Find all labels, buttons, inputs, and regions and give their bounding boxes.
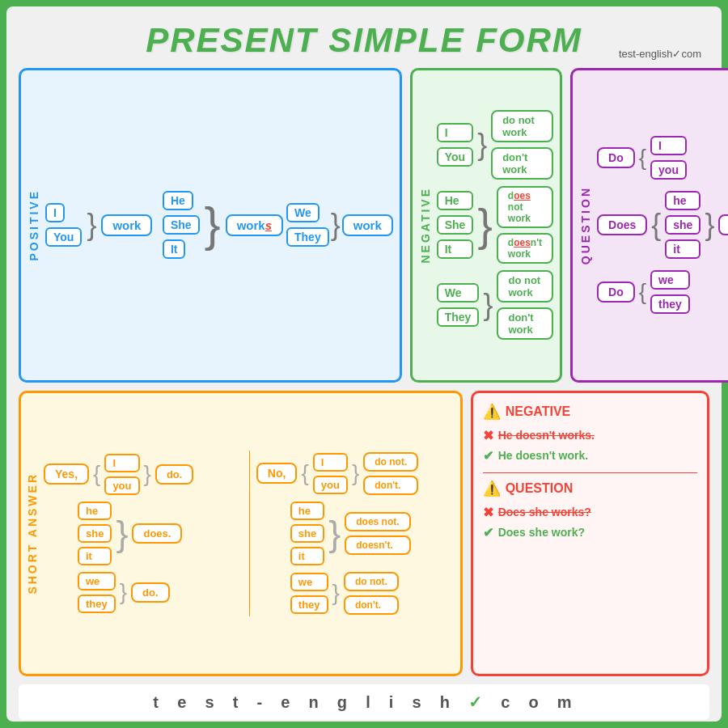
q-you: you — [650, 160, 687, 180]
right2-text: Does she work? — [498, 526, 585, 539]
verb1-col: work — [101, 213, 152, 238]
short-content: Yes, { I you } do. — [44, 451, 455, 616]
short-label: SHORT ANSWER — [26, 472, 39, 595]
verb2-col: works — [226, 213, 283, 238]
footer-o: o — [529, 693, 542, 711]
wrong-icon2: ✖ — [483, 505, 493, 520]
subject-He: He — [163, 191, 193, 210]
footer: t e s t - e n g l i s h ✓ c o m — [19, 684, 709, 720]
does-hl2: oes — [514, 237, 531, 248]
q-does-row: Does { he she it } work? — [597, 189, 728, 260]
subject-It: It — [163, 239, 186, 259]
neg-We: We — [437, 283, 480, 303]
rules-wrong2: ✖ Does she works? — [483, 505, 591, 520]
q-do2-row: Do { we they — [597, 269, 690, 315]
footer-g: g — [337, 693, 350, 711]
footer-e1: e — [177, 693, 189, 711]
no-they: they — [290, 595, 328, 614]
yes-does: does. — [132, 523, 182, 544]
do-verb: Do — [597, 147, 635, 168]
no-you: you — [313, 476, 348, 494]
yes-do2: do. — [131, 582, 170, 603]
verb-work1: work — [101, 214, 152, 236]
yes-bracket-close3: } — [120, 581, 127, 603]
yes-do: do. — [155, 464, 194, 485]
wrong1-text: He doesn't works. — [498, 429, 595, 442]
yes-they: they — [78, 595, 116, 613]
yes-he: he — [78, 502, 112, 520]
yes-bracket-open: { — [93, 463, 100, 485]
question-panel: QUESTION Do { I you — [570, 68, 728, 383]
top-row: POSITIVE I You } work He She — [19, 68, 709, 383]
rules-neg-label: NEGATIVE — [506, 404, 571, 419]
no-I: I — [313, 453, 348, 472]
do-not-work: do not work — [491, 110, 553, 142]
no-dont2: don't. — [344, 595, 399, 615]
doesnt-work: doesn't work — [497, 233, 553, 264]
footer-text: t e s t - e n g l i s h ✓ c o m — [19, 692, 709, 712]
q-bracket3: { — [639, 281, 646, 303]
content-area: POSITIVE I You } work He She — [19, 61, 709, 683]
no-word: No, — [256, 463, 298, 484]
q-bracket1: { — [639, 146, 646, 169]
negative-panel: NEGATIVE I You } do not work don't work — [410, 68, 562, 383]
verb-works: works — [226, 214, 283, 236]
main-title: PRESENT SIMPLE FORM — [19, 21, 709, 60]
q-work: work? — [718, 214, 728, 235]
short-divider — [249, 451, 250, 616]
footer-n: n — [308, 693, 321, 711]
inner-background: PRESENT SIMPLE FORM test-english✓com POS… — [6, 6, 722, 722]
question-content: Do { I you Does { he — [597, 133, 728, 317]
right-icon1: ✔ — [483, 448, 493, 463]
negative-label: NEGATIVE — [419, 187, 432, 264]
do2-verb: Do — [597, 281, 635, 303]
rules-q-title: ⚠️ QUESTION — [483, 480, 574, 497]
neg-group2: He She It } does not work doesn't work — [437, 184, 553, 265]
wrong-icon1: ✖ — [483, 428, 493, 443]
no-bracket-close1: } — [352, 462, 359, 485]
footer-s2: s — [413, 693, 425, 711]
q-bracket2: { — [651, 210, 661, 239]
q-do-row: Do { I you — [597, 134, 687, 181]
dont-work2: don't work — [497, 307, 553, 340]
yes-she: she — [78, 524, 112, 543]
footer-i: i — [389, 693, 397, 711]
subject-You: You — [45, 227, 82, 247]
yes-I: I — [104, 454, 139, 472]
bracket3: } — [331, 210, 341, 239]
q-we: we — [650, 270, 690, 290]
rules-right2: ✔ Does she work? — [483, 525, 585, 540]
no-bracket-open: { — [301, 462, 308, 485]
neg-group1: I You } do not work don't work — [437, 108, 553, 181]
neg-group3: We They } do not work don't work — [437, 269, 553, 341]
dont-work: don't work — [491, 147, 553, 180]
no-she: she — [290, 524, 324, 543]
footer-t: t — [153, 693, 162, 711]
no-side: No, { I you } do not. don't. — [256, 451, 455, 616]
bracket1: } — [87, 210, 96, 239]
footer-check: ✓ — [468, 693, 485, 711]
no-do-not2: do not. — [344, 572, 399, 591]
no-bracket-close2: } — [328, 515, 341, 552]
positive-content: I You } work He She It } — [45, 189, 283, 260]
question-label: QUESTION — [579, 186, 592, 265]
subject-She: She — [163, 215, 200, 235]
positive-panel: POSITIVE I You } work He She — [19, 68, 402, 383]
q-they: they — [650, 294, 690, 314]
no-we: we — [290, 573, 328, 591]
subject-We: We — [286, 203, 320, 222]
q-I: I — [650, 136, 687, 155]
yes-it: it — [78, 547, 112, 565]
yes-word: Yes, — [44, 463, 89, 485]
neg-bracket3: } — [483, 290, 493, 320]
subject-They: They — [286, 227, 329, 247]
positive-label: POSITIVE — [28, 189, 40, 261]
footer-c: c — [501, 693, 513, 711]
footer-s1: s — [205, 693, 217, 711]
bottom-row: SHORT ANSWER Yes, { I you } — [19, 391, 709, 676]
yes-bracket-close2: } — [116, 515, 128, 552]
footer-dash1: - — [256, 693, 265, 711]
warn-icon1: ⚠️ — [483, 403, 501, 421]
yes-bracket-close1: } — [144, 463, 151, 485]
outer-border: PRESENT SIMPLE FORM test-english✓com POS… — [0, 0, 728, 728]
